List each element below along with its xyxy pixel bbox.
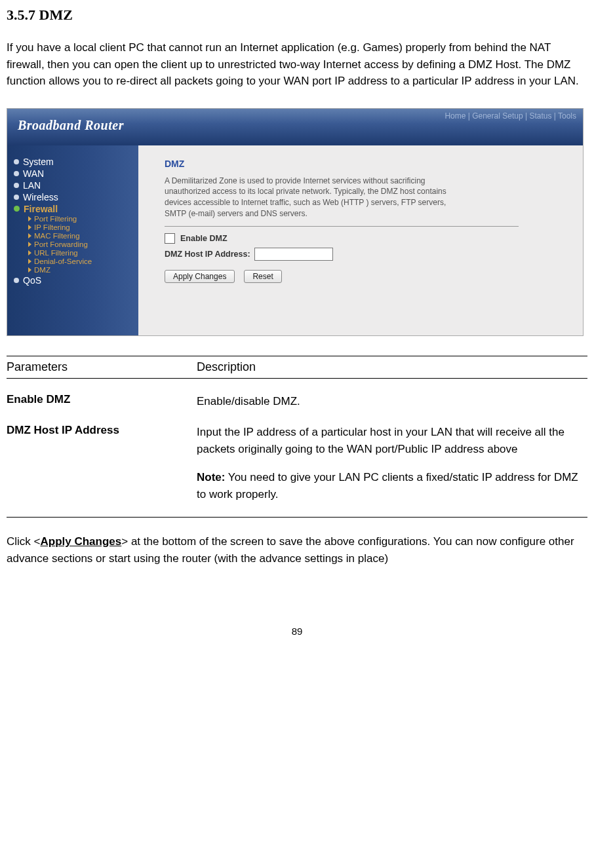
page-number: 89 (7, 626, 587, 637)
submenu-label: IP Filtering (34, 223, 70, 231)
submenu-port-forwarding[interactable]: Port Forwarding (28, 240, 134, 249)
intro-paragraph: If you have a local client PC that canno… (7, 39, 587, 90)
sidebar-item-system[interactable]: System (14, 156, 134, 168)
submenu-label: DMZ (34, 266, 50, 274)
sidebar-item-lan[interactable]: LAN (14, 179, 134, 191)
arrow-icon (28, 216, 31, 221)
content-heading: DMZ (165, 159, 563, 169)
submenu-label: MAC Filtering (34, 232, 80, 240)
button-row: Apply Changes Reset (165, 270, 563, 283)
router-body: System WAN LAN Wireless Firewall Port Fi… (7, 145, 583, 335)
bullet-icon (14, 159, 19, 164)
param-note: Note: You need to give your LAN PC clien… (197, 469, 587, 502)
sidebar-item-qos[interactable]: QoS (14, 274, 134, 286)
arrow-icon (28, 233, 31, 238)
sidebar-label: LAN (23, 180, 41, 191)
submenu-denial-of-service[interactable]: Denial-of-Service (28, 257, 134, 266)
submenu-label: Denial-of-Service (34, 257, 92, 265)
topnav-home[interactable]: Home (445, 111, 465, 121)
divider (165, 226, 519, 227)
arrow-icon (28, 267, 31, 273)
closing-pre: Click < (7, 535, 40, 548)
closing-bold: Apply Changes (40, 535, 121, 548)
router-sidebar: System WAN LAN Wireless Firewall Port Fi… (7, 145, 138, 335)
section-heading: 3.5.7 DMZ (7, 7, 587, 24)
param-desc: Input the IP address of a particular hos… (197, 424, 587, 502)
sidebar-label: Firewall (24, 204, 58, 214)
submenu-label: URL Filtering (34, 249, 78, 257)
param-header-row: Parameters Description (7, 356, 587, 379)
dmz-ip-label: DMZ Host IP Address: (165, 250, 250, 259)
note-label: Note: (197, 471, 225, 483)
topnav-status[interactable]: Status (529, 111, 551, 121)
enable-dmz-label: Enable DMZ (180, 234, 228, 243)
bullet-icon (14, 183, 19, 188)
enable-dmz-row: Enable DMZ (165, 233, 563, 244)
sidebar-item-wan[interactable]: WAN (14, 168, 134, 179)
closing-paragraph: Click <Apply Changes> at the bottom of t… (7, 533, 587, 567)
arrow-icon (28, 259, 31, 264)
enable-dmz-checkbox[interactable] (165, 233, 175, 244)
param-row-enable-dmz: Enable DMZ Enable/disable DMZ. (7, 393, 587, 410)
parameters-section: Parameters Description Enable DMZ Enable… (7, 356, 587, 518)
sidebar-label: QoS (23, 275, 41, 286)
sidebar-item-firewall[interactable]: Firewall (14, 203, 134, 215)
param-row-dmz-host-ip: DMZ Host IP Address Input the IP address… (7, 424, 587, 502)
router-content: DMZ A Demilitarized Zone is used to prov… (138, 145, 583, 335)
submenu-ip-filtering[interactable]: IP Filtering (28, 223, 134, 232)
sidebar-label: WAN (23, 168, 44, 179)
topnav-general-setup[interactable]: General Setup (472, 111, 523, 121)
arrow-icon (28, 242, 31, 247)
sidebar-item-wireless[interactable]: Wireless (14, 191, 134, 203)
content-description: A Demilitarized Zone is used to provide … (165, 176, 453, 219)
param-header-description: Description (197, 360, 587, 374)
firewall-submenu: Port Filtering IP Filtering MAC Filterin… (28, 215, 134, 274)
router-brand: Broadband Router (18, 118, 124, 133)
dmz-ip-row: DMZ Host IP Address: (165, 248, 563, 261)
topnav-tools[interactable]: Tools (558, 111, 576, 121)
submenu-label: Port Forwarding (34, 240, 88, 248)
check-icon (14, 206, 20, 212)
note-text: You need to give your LAN PC clients a f… (197, 471, 578, 500)
bullet-icon (14, 278, 19, 283)
dmz-ip-input[interactable] (254, 248, 333, 261)
section-title-text: DMZ (39, 7, 73, 23)
param-header-parameters: Parameters (7, 360, 197, 374)
param-desc: Enable/disable DMZ. (197, 393, 587, 410)
router-header: Broadband Router Home | General Setup | … (7, 109, 583, 145)
submenu-url-filtering[interactable]: URL Filtering (28, 249, 134, 257)
bullet-icon (14, 171, 19, 176)
sidebar-label: Wireless (23, 192, 58, 202)
submenu-dmz[interactable]: DMZ (28, 266, 134, 274)
apply-changes-button[interactable]: Apply Changes (165, 270, 235, 283)
param-bottom-rule (7, 517, 587, 518)
param-desc-text: Input the IP address of a particular hos… (197, 426, 564, 455)
sidebar-label: System (23, 157, 54, 167)
arrow-icon (28, 225, 31, 230)
param-name: Enable DMZ (7, 393, 197, 410)
param-name: DMZ Host IP Address (7, 424, 197, 502)
router-topnav: Home | General Setup | Status | Tools (445, 111, 576, 121)
submenu-label: Port Filtering (34, 215, 77, 223)
arrow-icon (28, 250, 31, 255)
submenu-port-filtering[interactable]: Port Filtering (28, 215, 134, 223)
submenu-mac-filtering[interactable]: MAC Filtering (28, 232, 134, 240)
bullet-icon (14, 195, 19, 200)
reset-button[interactable]: Reset (244, 270, 281, 283)
router-screenshot: Broadband Router Home | General Setup | … (7, 108, 584, 336)
section-number: 3.5.7 (7, 7, 35, 23)
